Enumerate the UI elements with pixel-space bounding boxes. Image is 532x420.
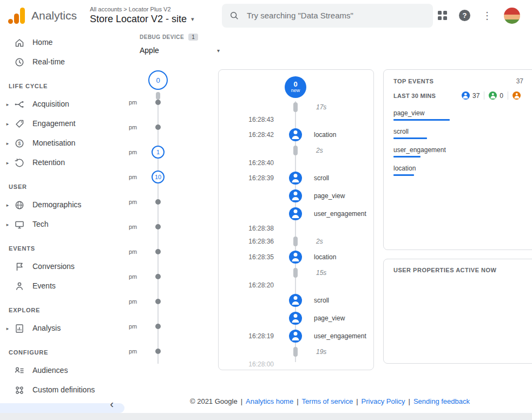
- logo-bar-tall: [20, 8, 25, 24]
- monetisation-icon: [14, 138, 25, 149]
- stream-row[interactable]: 15s: [219, 266, 373, 279]
- sidebar-item-home[interactable]: Home: [0, 33, 128, 52]
- minute-row[interactable]: pm 10: [128, 165, 195, 189]
- breadcrumb[interactable]: All accounts > Locator Plus V2: [90, 6, 214, 12]
- stream-row[interactable]: 16:28:38: [219, 222, 373, 234]
- event-name[interactable]: location: [314, 253, 336, 261]
- top-event-bar: [393, 137, 427, 139]
- minutes-current-count[interactable]: 0: [148, 70, 168, 90]
- stream-timestamp: 16:28:19: [219, 332, 281, 340]
- minute-row[interactable]: pm: [128, 289, 195, 314]
- sidebar-item-real-time[interactable]: Real-time: [0, 52, 128, 72]
- stream-row[interactable]: 16:28:19 user_engagement: [219, 327, 373, 345]
- retention-icon: [14, 158, 25, 168]
- event-name[interactable]: scroll: [314, 297, 329, 304]
- minute-row[interactable]: pm: [128, 189, 195, 214]
- search-input[interactable]: [246, 10, 425, 21]
- avatar[interactable]: [504, 8, 520, 24]
- stream-row[interactable]: 16:28:40: [219, 157, 373, 169]
- top-event-name: location: [393, 165, 523, 172]
- event-name[interactable]: page_view: [314, 314, 345, 322]
- property-selector[interactable]: All accounts > Locator Plus V2 Store Loc…: [90, 6, 214, 25]
- sidebar-item-tech[interactable]: ▸ Tech: [0, 215, 128, 234]
- event-name[interactable]: location: [314, 131, 336, 139]
- top-event-row[interactable]: location: [393, 165, 523, 176]
- debug-device-select[interactable]: Apple ▾: [140, 46, 220, 55]
- stream-row[interactable]: 17s: [219, 100, 373, 114]
- sidebar-item-audiences[interactable]: Audiences: [0, 361, 128, 380]
- debug-user-icon: [289, 189, 302, 202]
- realtime-counters: 37 0: [462, 91, 523, 100]
- analysis-icon: [14, 323, 25, 334]
- help-icon[interactable]: ?: [459, 10, 470, 21]
- stream-row[interactable]: 16:28:42 location: [219, 126, 373, 143]
- stream-row[interactable]: 2s: [219, 143, 373, 157]
- stream-row[interactable]: 16:28:43: [219, 114, 373, 126]
- event-name[interactable]: page_view: [314, 192, 345, 200]
- sidebar-section-configure: CONFIGURE: [0, 338, 128, 361]
- event-name[interactable]: user_engagement: [314, 332, 366, 340]
- header-actions: ? ⋮: [438, 8, 520, 24]
- stream-row[interactable]: page_view: [219, 187, 373, 205]
- stream-row[interactable]: 19s: [219, 345, 373, 358]
- stream-current-count[interactable]: 0 new: [285, 76, 306, 98]
- minute-dot: [155, 224, 161, 229]
- minute-row[interactable]: pm 1: [128, 140, 195, 165]
- sidebar-item-demographics[interactable]: ▸ Demographics: [0, 195, 128, 215]
- minute-row[interactable]: pm: [128, 339, 195, 364]
- sidebar-item-label: Analysis: [32, 324, 61, 333]
- apps-grid-icon[interactable]: [438, 11, 447, 20]
- sidebar-item-label: CONFIGURE: [9, 349, 48, 357]
- sidebar-item-analysis[interactable]: ▸ Analysis: [0, 319, 128, 338]
- minute-time-label: pm: [128, 99, 143, 106]
- stream-row[interactable]: 16:28:39 scroll: [219, 169, 373, 187]
- stream-node: [281, 330, 310, 343]
- stream-row[interactable]: scroll: [219, 291, 373, 309]
- minute-time-label: pm: [128, 124, 143, 130]
- stream-row[interactable]: 16:28:20: [219, 279, 373, 291]
- minutes-rows: pm pm pm: [128, 90, 195, 364]
- minute-row[interactable]: pm: [128, 214, 195, 239]
- conversions-icon: [14, 261, 25, 272]
- realtime-counter: [508, 91, 523, 100]
- collapse-sidebar-button[interactable]: ‹: [107, 397, 117, 411]
- user-properties-panel: USER PROPERTIES ACTIVE NOW: [383, 259, 532, 364]
- window-bottom-strip: [0, 413, 532, 420]
- stream-row[interactable]: 16:28:00: [219, 358, 373, 370]
- chevron-down-icon: ▾: [217, 48, 220, 54]
- timeline-segment: [293, 268, 298, 278]
- sidebar-item-events[interactable]: Events: [0, 277, 128, 296]
- minute-row[interactable]: pm: [128, 314, 195, 339]
- sidebar-item-acquisition[interactable]: ▸ Acquisition: [0, 95, 128, 114]
- sidebar-item-conversions[interactable]: Conversions: [0, 257, 128, 277]
- search-bar[interactable]: [222, 4, 433, 28]
- more-menu-icon[interactable]: ⋮: [482, 11, 492, 21]
- footer-link[interactable]: Terms of service: [302, 397, 353, 405]
- minute-row[interactable]: pm: [128, 239, 195, 264]
- sidebar-item-retention[interactable]: ▸ Retention: [0, 153, 128, 173]
- stream-row[interactable]: page_view: [219, 309, 373, 327]
- minute-time-label: pm: [128, 298, 143, 305]
- top-event-row[interactable]: page_view: [393, 109, 523, 121]
- analytics-logo[interactable]: Analytics: [0, 8, 81, 24]
- sidebar-item-monetisation[interactable]: ▸ Monetisation: [0, 134, 128, 153]
- footer-link[interactable]: Sending feedback: [413, 397, 470, 405]
- minute-row[interactable]: pm: [128, 90, 195, 115]
- stream-row[interactable]: user_engagement: [219, 205, 373, 222]
- stream-row[interactable]: 16:28:35 location: [219, 248, 373, 266]
- minute-row[interactable]: pm: [128, 264, 195, 289]
- minute-row[interactable]: pm: [128, 115, 195, 140]
- event-name[interactable]: user_engagement: [314, 210, 366, 218]
- copyright: © 2021 Google: [190, 397, 238, 405]
- sidebar-item-engagement[interactable]: ▸ Engagement: [0, 114, 128, 134]
- sidebar-item-selected[interactable]: [0, 403, 124, 413]
- footer-link[interactable]: Privacy Policy: [362, 397, 405, 405]
- demographics-icon: [14, 200, 25, 211]
- top-event-name: scroll: [393, 128, 523, 135]
- footer-link[interactable]: Analytics home: [246, 397, 293, 405]
- top-event-row[interactable]: user_engagement: [393, 146, 523, 158]
- minute-dot: [155, 100, 161, 105]
- event-name[interactable]: scroll: [314, 174, 329, 182]
- top-event-row[interactable]: scroll: [393, 128, 523, 139]
- stream-row[interactable]: 16:28:36 2s: [219, 234, 373, 248]
